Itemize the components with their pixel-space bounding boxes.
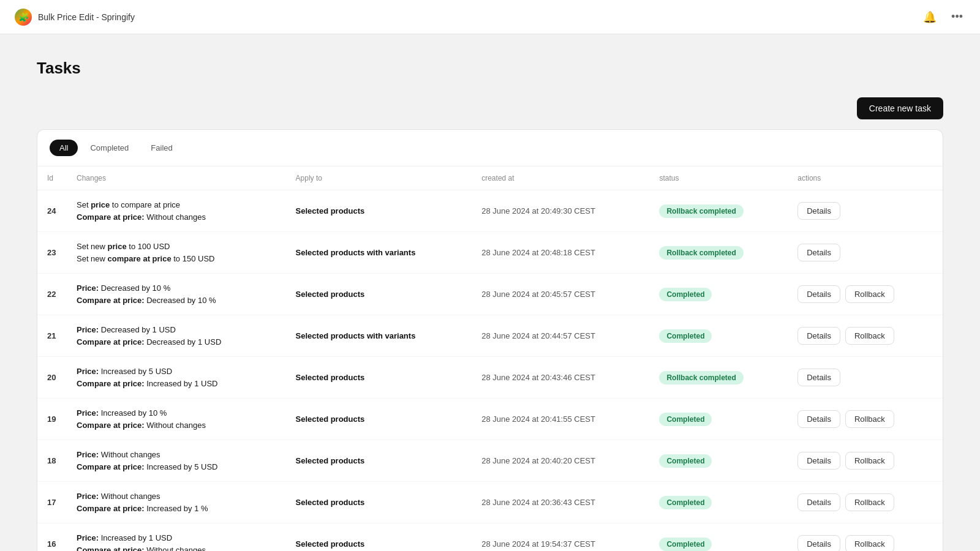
table-row: 18Price: Without changesCompare at price… — [37, 440, 943, 482]
col-id: Id — [37, 167, 67, 190]
row-apply-to: Selected products with variants — [286, 315, 472, 357]
row-created-at: 28 June 2024 at 20:45:57 CEST — [472, 274, 649, 315]
row-created-at: 28 June 2024 at 20:36:43 CEST — [472, 482, 649, 523]
row-actions: DetailsRollback — [788, 315, 943, 357]
row-id: 21 — [37, 315, 67, 357]
table-row: 17Price: Without changesCompare at price… — [37, 482, 943, 523]
details-button[interactable]: Details — [797, 493, 840, 511]
actions-container: DetailsRollback — [797, 410, 933, 428]
row-actions: DetailsRollback — [788, 399, 943, 440]
row-changes: Price: Without changesCompare at price: … — [67, 482, 286, 523]
row-status: Rollback completed — [649, 190, 788, 232]
row-apply-to: Selected products — [286, 440, 472, 482]
row-created-at: 28 June 2024 at 20:49:30 CEST — [472, 190, 649, 232]
details-button[interactable]: Details — [797, 452, 840, 470]
row-changes: Price: Without changesCompare at price: … — [67, 440, 286, 482]
row-id: 24 — [37, 190, 67, 232]
topbar-right: 🔔 ••• — [921, 8, 965, 26]
rollback-button[interactable]: Rollback — [845, 327, 894, 345]
table-row: 24Set price to compare at priceCompare a… — [37, 190, 943, 232]
topbar: 🧩 Bulk Price Edit - Springify 🔔 ••• — [0, 0, 980, 34]
row-actions: Details — [788, 357, 943, 399]
row-apply-to: Selected products — [286, 190, 472, 232]
row-actions: Details — [788, 190, 943, 232]
row-id: 22 — [37, 274, 67, 315]
tasks-table: Id Changes Apply to created at status ac… — [37, 167, 943, 551]
details-button[interactable]: Details — [797, 202, 840, 220]
actions-container: DetailsRollback — [797, 493, 933, 511]
status-badge: Completed — [659, 454, 712, 468]
row-apply-to: Selected products — [286, 523, 472, 552]
table-row: 16Price: Increased by 1 USDCompare at pr… — [37, 523, 943, 552]
toolbar: Create new task — [37, 97, 943, 119]
row-status: Completed — [649, 399, 788, 440]
details-button[interactable]: Details — [797, 535, 840, 551]
row-changes: Price: Increased by 1 USDCompare at pric… — [67, 523, 286, 552]
rollback-button[interactable]: Rollback — [845, 535, 894, 551]
status-badge: Completed — [659, 538, 712, 551]
row-actions: DetailsRollback — [788, 523, 943, 552]
status-badge: Completed — [659, 413, 712, 426]
row-apply-to: Selected products — [286, 274, 472, 315]
row-changes: Price: Decreased by 1 USDCompare at pric… — [67, 315, 286, 357]
row-created-at: 28 June 2024 at 20:48:18 CEST — [472, 232, 649, 274]
tasks-card: All Completed Failed Id Changes Apply to… — [37, 129, 943, 551]
row-changes: Price: Increased by 10 %Compare at price… — [67, 399, 286, 440]
more-options-button[interactable]: ••• — [949, 8, 965, 26]
table-row: 22Price: Decreased by 10 %Compare at pri… — [37, 274, 943, 315]
col-status: status — [649, 167, 788, 190]
tab-failed[interactable]: Failed — [141, 140, 182, 156]
status-badge: Rollback completed — [659, 371, 743, 384]
row-created-at: 28 June 2024 at 20:40:20 CEST — [472, 440, 649, 482]
notification-button[interactable]: 🔔 — [921, 8, 939, 26]
row-created-at: 28 June 2024 at 19:54:37 CEST — [472, 523, 649, 552]
row-id: 17 — [37, 482, 67, 523]
actions-container: Details — [797, 202, 933, 220]
row-created-at: 28 June 2024 at 20:43:46 CEST — [472, 357, 649, 399]
row-id: 19 — [37, 399, 67, 440]
row-apply-to: Selected products — [286, 357, 472, 399]
status-badge: Completed — [659, 288, 712, 301]
status-badge: Completed — [659, 496, 712, 509]
row-apply-to: Selected products with variants — [286, 232, 472, 274]
row-status: Rollback completed — [649, 232, 788, 274]
actions-container: DetailsRollback — [797, 452, 933, 470]
app-title: Bulk Price Edit - Springify — [38, 12, 135, 22]
row-changes: Set price to compare at priceCompare at … — [67, 190, 286, 232]
col-changes: Changes — [67, 167, 286, 190]
rollback-button[interactable]: Rollback — [845, 493, 894, 511]
row-status: Completed — [649, 482, 788, 523]
status-badge: Completed — [659, 329, 712, 343]
row-status: Rollback completed — [649, 357, 788, 399]
tab-completed[interactable]: Completed — [80, 140, 138, 156]
row-changes: Price: Decreased by 10 %Compare at price… — [67, 274, 286, 315]
col-actions: actions — [788, 167, 943, 190]
table-row: 20Price: Increased by 5 USDCompare at pr… — [37, 357, 943, 399]
row-actions: Details — [788, 232, 943, 274]
row-changes: Set new price to 100 USDSet new compare … — [67, 232, 286, 274]
row-created-at: 28 June 2024 at 20:41:55 CEST — [472, 399, 649, 440]
details-button[interactable]: Details — [797, 410, 840, 428]
table-row: 23Set new price to 100 USDSet new compar… — [37, 232, 943, 274]
actions-container: DetailsRollback — [797, 535, 933, 551]
row-actions: DetailsRollback — [788, 274, 943, 315]
main-content: Tasks Create new task All Completed Fail… — [0, 34, 980, 551]
row-status: Completed — [649, 315, 788, 357]
create-new-task-button[interactable]: Create new task — [857, 97, 943, 119]
status-badge: Rollback completed — [659, 204, 743, 218]
app-logo: 🧩 — [15, 9, 32, 26]
rollback-button[interactable]: Rollback — [845, 452, 894, 470]
tab-all[interactable]: All — [50, 140, 78, 156]
details-button[interactable]: Details — [797, 327, 840, 345]
row-actions: DetailsRollback — [788, 440, 943, 482]
details-button[interactable]: Details — [797, 285, 840, 303]
table-row: 19Price: Increased by 10 %Compare at pri… — [37, 399, 943, 440]
actions-container: Details — [797, 244, 933, 261]
rollback-button[interactable]: Rollback — [845, 410, 894, 428]
actions-container: Details — [797, 369, 933, 386]
rollback-button[interactable]: Rollback — [845, 285, 894, 303]
details-button[interactable]: Details — [797, 244, 840, 261]
col-created-at: created at — [472, 167, 649, 190]
details-button[interactable]: Details — [797, 369, 840, 386]
row-actions: DetailsRollback — [788, 482, 943, 523]
